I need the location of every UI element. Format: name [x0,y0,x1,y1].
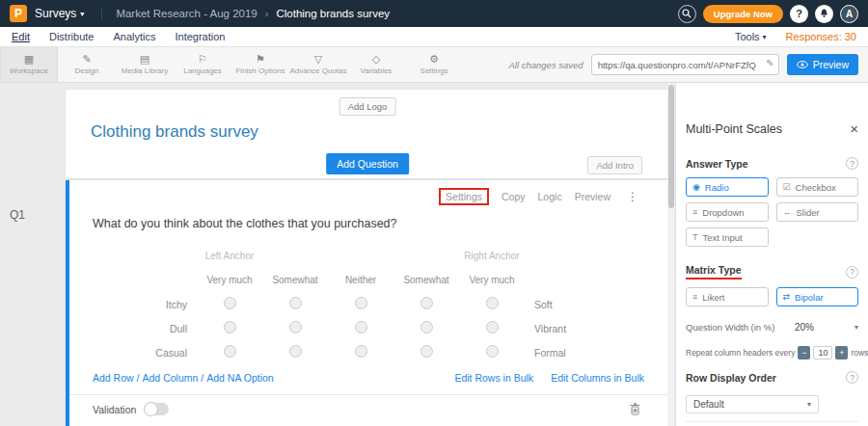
matrix-column-header: Neither [328,275,393,285]
radio-button[interactable] [289,321,302,333]
add-column-link[interactable]: Add Column [143,372,199,384]
menu-analytics[interactable]: Analytics [113,31,155,42]
edit-rows-bulk-link[interactable]: Edit Rows in Bulk [454,372,533,384]
question-width-value[interactable]: 20% [795,322,814,333]
link-separator: / [201,372,203,384]
breadcrumb-folder[interactable]: Market Research - Aug 2019 [116,8,257,19]
radio-button[interactable] [355,345,367,358]
help-icon[interactable]: ? [846,371,858,384]
radio-button[interactable] [420,297,433,309]
radio-button[interactable] [486,321,499,333]
answer-type-radio[interactable]: ◉ Radio [686,177,769,197]
question-settings-action[interactable]: Settings [439,188,489,205]
question-logic-action[interactable]: Logic [538,191,562,202]
toolbar-item-media-library[interactable]: ▤ Media Library [116,47,174,82]
text-input-icon: T [692,232,698,242]
user-avatar[interactable]: A [840,5,858,23]
question-text[interactable]: What do you think about the clothes that… [93,217,669,230]
search-icon[interactable] [678,5,696,23]
answer-type-dropdown[interactable]: ≡ Dropdown [686,202,769,222]
preview-button[interactable]: Preview [787,54,858,75]
kebab-menu-icon[interactable]: ⋮ [627,190,638,203]
help-icon[interactable]: ? [846,157,858,170]
scrollbar-thumb[interactable] [668,85,674,208]
edit-url-pencil-icon[interactable]: ✎ [766,58,773,68]
row-display-order-select[interactable]: Default ▾ [686,395,819,413]
link-separator: / [137,372,140,384]
toolbar-item-label: Advance Quotas [289,67,346,75]
avatar-initial: A [846,9,853,19]
menu-distribute[interactable]: Distribute [49,31,94,42]
radio-button[interactable] [224,345,236,358]
toolbar-item-variables[interactable]: ◇ Variables [347,47,405,82]
menu-edit[interactable]: Edit [12,31,30,42]
edit-columns-bulk-link[interactable]: Edit Columns in Bulk [551,372,644,384]
radio-button[interactable] [355,297,367,309]
responses-count[interactable]: Responses: 30 [786,31,856,42]
help-icon[interactable]: ? [790,5,808,23]
validation-toggle[interactable] [144,403,169,415]
radio-button[interactable] [224,321,236,333]
matrix-type-likert[interactable]: ≡ Likert [686,287,769,306]
stepper-minus-button[interactable]: − [798,346,810,359]
languages-flag-icon: ⚐ [198,54,207,65]
right-anchor-label: Right Anchor [459,251,525,261]
matrix-anchor-row: Left Anchor Right Anchor [79,244,669,268]
questionpro-logo[interactable]: P [10,5,27,22]
radio-button[interactable] [289,345,302,358]
bipolar-icon: ⇄ [783,292,791,302]
delete-question-trash-icon[interactable] [630,403,640,415]
toolbar-item-design[interactable]: ✎ Design [58,47,116,82]
variables-tag-icon: ◇ [372,54,380,65]
answer-type-slider[interactable]: ↔ Slider [776,202,859,222]
tools-dropdown[interactable]: Tools ▾ [735,31,767,42]
toolbar-item-workspace[interactable]: ▦ Workspace [0,47,58,82]
add-na-option-link[interactable]: Add NA Option [206,372,273,384]
surveys-dropdown[interactable]: Surveys ▾ [35,7,84,20]
help-icon[interactable]: ? [846,266,858,279]
surveys-label: Surveys [35,7,76,20]
toolbar-item-finish-options[interactable]: ⚑ Finish Options [231,47,289,82]
upgrade-now-button[interactable]: Upgrade Now [703,5,783,23]
survey-title[interactable]: Clothing brands survey [91,122,258,142]
canvas-scrollbar[interactable] [667,83,674,426]
stepper-plus-button[interactable]: + [835,346,848,359]
toolbar-item-languages[interactable]: ⚐ Languages [174,47,231,82]
radio-button[interactable] [486,345,499,358]
chevron-down-icon[interactable]: ▾ [854,323,858,332]
answer-type-text-input[interactable]: T Text Input [686,227,769,247]
radio-button[interactable] [289,297,302,309]
radio-button[interactable] [224,297,236,309]
menubar-right: Tools ▾ Responses: 30 [735,31,856,42]
menu-integration[interactable]: Integration [175,31,225,42]
matrix-row-right-label: Vibrant [525,323,640,334]
toolbar-item-settings[interactable]: ⚙ Settings [405,47,463,82]
radio-button[interactable] [486,297,499,309]
radio-button[interactable] [355,321,367,333]
add-row-link[interactable]: Add Row [93,372,134,384]
matrix-cell [393,296,459,313]
toolbar-item-label: Settings [420,67,448,75]
repeat-rows-input[interactable] [813,346,832,359]
survey-url-input[interactable] [591,54,779,75]
logo-letter: P [14,7,22,20]
repeat-headers-label: Repeat column headers every [686,348,795,358]
toolbar: ▦ Workspace ✎ Design ▤ Media Library ⚐ L… [0,47,868,83]
answer-type-checkbox[interactable]: ☑ Checkbox [776,177,859,197]
app-window: P Surveys ▾ Market Research - Aug 2019 ›… [0,0,868,426]
question-preview-action[interactable]: Preview [575,191,610,202]
matrix-type-bipolar[interactable]: ⇄ Bipolar [776,287,859,306]
autosave-status: All changes saved [509,60,583,70]
toolbar-item-advance-quotas[interactable]: ▽ Advance Quotas [289,47,347,82]
radio-button[interactable] [420,345,433,358]
add-question-button[interactable]: Add Question [326,153,409,174]
radio-button[interactable] [420,321,433,333]
question-copy-action[interactable]: Copy [502,191,526,202]
answer-type-option-label: Dropdown [702,207,744,218]
notifications-bell-icon[interactable] [815,5,833,23]
toolbar-item-label: Variables [361,67,393,75]
add-intro-button[interactable]: Add Intro [587,156,642,174]
close-icon[interactable]: × [850,121,858,136]
add-logo-button[interactable]: Add Logo [339,97,396,116]
question-width-label: Question Width (in %) [686,322,774,333]
